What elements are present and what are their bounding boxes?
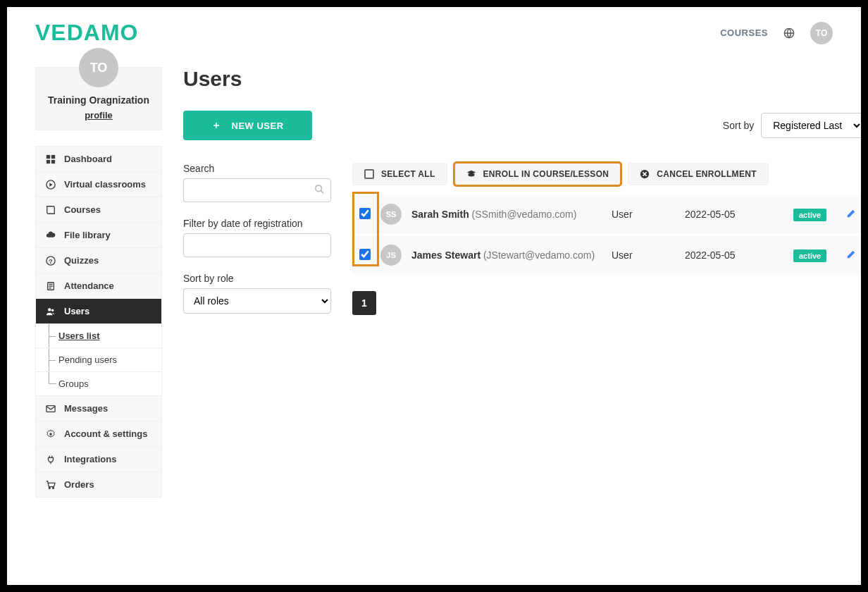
- svg-text:?: ?: [49, 257, 52, 264]
- user-email: (SSmith@vedamo.com): [472, 209, 577, 220]
- sidebar-sub-pending-users[interactable]: Pending users: [36, 348, 161, 372]
- globe-icon[interactable]: [783, 27, 795, 39]
- main-content: Users ＋ NEW USER Sort by Registered Last…: [183, 67, 861, 498]
- app-frame: VEDAMO COURSES TO TO Training Oragnizati…: [7, 7, 861, 585]
- sort-by-label: Sort by: [723, 120, 754, 131]
- sidebar-item-virtual-classrooms[interactable]: Virtual classrooms: [36, 172, 161, 197]
- courses-link[interactable]: COURSES: [720, 27, 768, 38]
- edit-icon[interactable]: [846, 249, 856, 261]
- mail-icon: [46, 404, 56, 414]
- document-icon: [46, 281, 56, 291]
- sort-by-select[interactable]: Registered Last: [761, 113, 861, 138]
- sidebar-item-label: Courses: [64, 204, 101, 215]
- search-input[interactable]: [183, 178, 331, 202]
- edit-icon[interactable]: [846, 209, 856, 221]
- checkbox-icon: [364, 169, 374, 179]
- sidebar-item-label: Quizzes: [64, 255, 99, 266]
- org-card: TO Training Oragnization profile: [35, 67, 162, 130]
- role-filter-select[interactable]: All roles: [183, 288, 331, 314]
- sidebar-item-users[interactable]: Users: [36, 299, 161, 324]
- cancel-label: CANCEL ENROLLMENT: [657, 169, 757, 179]
- sidebar-item-attendance[interactable]: Attendance: [36, 273, 161, 299]
- sidebar-sub-label: Groups: [58, 378, 89, 389]
- user-status: active: [793, 209, 826, 220]
- layout: TO Training Oragnization profile Dashboa…: [7, 46, 861, 519]
- sidebar-sub-label: Pending users: [58, 354, 117, 365]
- users-table-area: SELECT ALL ENROLL IN COURSE/LESSON CANCE…: [352, 163, 861, 315]
- sidebar-sub-users-list[interactable]: Users list: [36, 324, 161, 348]
- enroll-button[interactable]: ENROLL IN COURSE/LESSON: [454, 163, 621, 185]
- page-title: Users: [183, 67, 861, 91]
- select-all-label: SELECT ALL: [381, 169, 435, 179]
- cart-icon: [46, 480, 56, 490]
- logo[interactable]: VEDAMO: [35, 20, 138, 46]
- status-badge: active: [793, 249, 826, 262]
- status-badge: active: [793, 209, 826, 221]
- sidebar-sub-groups[interactable]: Groups: [36, 372, 161, 396]
- svg-point-15: [316, 185, 322, 192]
- user-name-cell[interactable]: Sarah Smith (SSmith@vedamo.com): [411, 209, 602, 220]
- search-label: Search: [183, 163, 331, 174]
- content-row: Search Filter by date of registration So…: [183, 163, 861, 315]
- graduation-cap-icon: [466, 169, 476, 179]
- org-name: Training Oragnization: [43, 94, 154, 106]
- sidebar-item-integrations[interactable]: Integrations: [36, 447, 161, 472]
- search-icon[interactable]: [314, 184, 324, 197]
- row-checkbox[interactable]: [359, 249, 371, 260]
- user-role: User: [612, 249, 675, 261]
- date-filter-input[interactable]: [183, 233, 331, 257]
- user-avatar[interactable]: TO: [810, 22, 833, 44]
- date-filter-label: Filter by date of registration: [183, 218, 331, 229]
- table-row: JS James Stewart (JStewart@vedamo.com) U…: [352, 236, 861, 274]
- user-name: James Stewart: [411, 249, 480, 261]
- filters-panel: Search Filter by date of registration So…: [183, 163, 331, 315]
- select-all-button[interactable]: SELECT ALL: [352, 163, 447, 185]
- org-profile-link[interactable]: profile: [85, 110, 113, 121]
- svg-point-13: [49, 487, 50, 488]
- user-name-cell[interactable]: James Stewart (JStewart@vedamo.com): [411, 249, 602, 261]
- user-avatar-initials: JS: [380, 245, 402, 266]
- new-user-label: NEW USER: [232, 121, 284, 131]
- sidebar-item-account-settings[interactable]: Account & settings: [36, 421, 161, 447]
- sidebar-item-orders[interactable]: Orders: [36, 472, 161, 497]
- dashboard-icon: [46, 154, 56, 164]
- sidebar-item-courses[interactable]: Courses: [36, 197, 161, 223]
- book-icon: [46, 205, 56, 215]
- table-row: SS Sarah Smith (SSmith@vedamo.com) User …: [352, 195, 861, 233]
- row-checkbox[interactable]: [359, 208, 371, 219]
- user-name: Sarah Smith: [411, 209, 469, 220]
- sidebar-item-dashboard[interactable]: Dashboard: [36, 147, 161, 172]
- user-status: active: [793, 249, 826, 261]
- svg-point-9: [48, 308, 51, 311]
- user-date: 2022-05-05: [685, 249, 783, 261]
- pagination: 1: [352, 291, 861, 315]
- svg-point-14: [53, 487, 54, 488]
- gear-icon: [46, 429, 56, 439]
- sidebar-item-file-library[interactable]: File library: [36, 223, 161, 248]
- sidebar-item-label: Orders: [64, 479, 94, 490]
- search-wrap: [183, 178, 331, 202]
- cloud-icon: [46, 230, 56, 240]
- play-circle-icon: [46, 180, 56, 190]
- sidebar-item-messages[interactable]: Messages: [36, 396, 161, 421]
- svg-rect-1: [46, 154, 50, 158]
- sidebar-sub-label: Users list: [58, 331, 100, 341]
- row-checkbox-cell: [359, 249, 371, 262]
- sidebar-item-quizzes[interactable]: ? Quizzes: [36, 248, 161, 273]
- new-user-button[interactable]: ＋ NEW USER: [183, 111, 312, 140]
- sidebar-item-label: Messages: [64, 403, 108, 414]
- user-date: 2022-05-05: [685, 209, 783, 220]
- sidebar-nav: Dashboard Virtual classrooms Courses Fil…: [35, 146, 162, 498]
- svg-rect-2: [51, 154, 55, 158]
- cancel-enrollment-button[interactable]: CANCEL ENROLLMENT: [628, 163, 769, 185]
- user-role: User: [612, 209, 675, 220]
- users-icon: [46, 307, 56, 316]
- svg-rect-3: [46, 159, 50, 163]
- svg-point-10: [51, 309, 54, 312]
- page-button[interactable]: 1: [352, 291, 376, 315]
- enroll-label: ENROLL IN COURSE/LESSON: [483, 169, 609, 179]
- sidebar: TO Training Oragnization profile Dashboa…: [35, 67, 162, 498]
- sidebar-item-label: Account & settings: [64, 428, 147, 439]
- cancel-icon: [640, 169, 650, 179]
- topbar: VEDAMO COURSES TO: [7, 7, 861, 46]
